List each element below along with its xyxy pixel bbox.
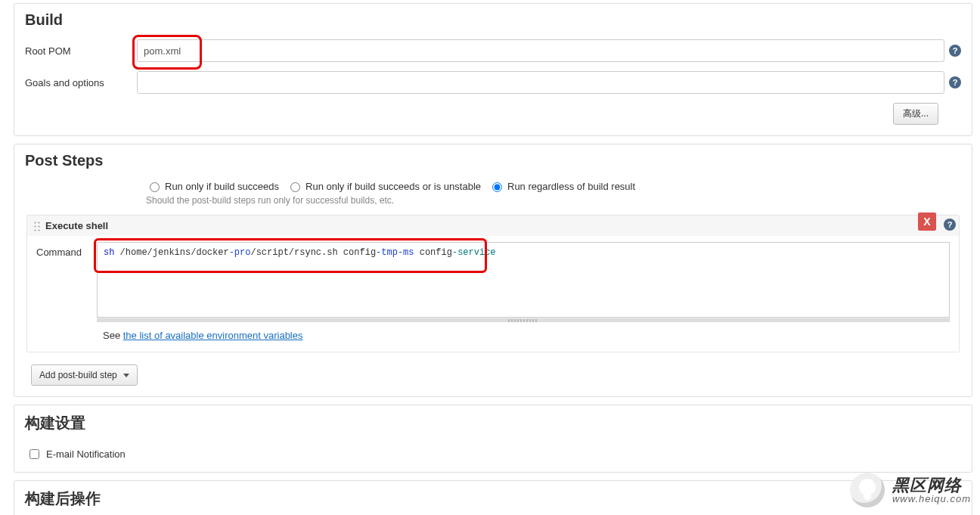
row-goals: Goals and options [25, 71, 961, 94]
execute-shell-title: Execute shell [45, 220, 108, 231]
build-title: Build [25, 11, 961, 29]
post-steps-title: Post Steps [25, 152, 961, 169]
radio-regardless-input[interactable] [492, 182, 502, 192]
command-textarea[interactable]: sh /home/jenkins/docker-pro/script/rsync… [97, 242, 950, 318]
advanced-button[interactable]: 高级... [893, 103, 938, 125]
radio-unstable[interactable]: Run only if build succeeds or is unstabl… [287, 180, 481, 192]
section-post-build-actions: 构建后操作 增加构建后操作步骤 [14, 480, 972, 515]
radio-regardless-label: Run regardless of build result [507, 181, 635, 192]
radio-succeeds-label: Run only if build succeeds [165, 181, 279, 192]
email-notification-checkbox[interactable] [29, 449, 39, 459]
section-build: Build Root POM Goals and options 高 [14, 3, 972, 136]
radio-unstable-input[interactable] [290, 182, 300, 192]
root-pom-label: Root POM [25, 45, 137, 57]
delete-step-button[interactable]: X [918, 213, 936, 231]
email-notification-label: E-mail Notification [46, 448, 126, 460]
post-steps-hint: Should the post-build steps run only for… [146, 195, 961, 206]
radio-succeeds-input[interactable] [150, 182, 160, 192]
root-pom-input[interactable] [137, 39, 944, 62]
see-prefix: See [103, 330, 123, 341]
row-root-pom: Root POM [25, 39, 961, 62]
execute-shell-block: X Execute shell Command sh /home/jenkins… [26, 215, 960, 352]
radio-regardless[interactable]: Run regardless of build result [488, 180, 635, 192]
goals-label: Goals and options [25, 77, 137, 88]
drag-handle-icon[interactable] [33, 221, 41, 231]
command-label: Command [36, 242, 97, 258]
radio-unstable-label: Run only if build succeeds or is unstabl… [305, 181, 481, 192]
env-vars-link[interactable]: the list of available environment variab… [123, 330, 303, 341]
add-post-build-step-button[interactable]: Add post-build step [31, 365, 138, 386]
help-icon[interactable] [949, 76, 961, 88]
resize-handle[interactable] [97, 318, 950, 322]
help-icon[interactable] [949, 45, 961, 57]
post-build-actions-title: 构建后操作 [25, 489, 961, 509]
section-build-settings: 构建设置 E-mail Notification [14, 405, 972, 473]
help-icon[interactable] [944, 219, 956, 231]
execute-shell-header[interactable]: Execute shell [27, 216, 959, 236]
post-steps-radio-row: Run only if build succeeds Run only if b… [146, 180, 961, 192]
radio-succeeds[interactable]: Run only if build succeeds [146, 180, 279, 192]
caret-down-icon [123, 374, 129, 377]
goals-input[interactable] [137, 71, 944, 94]
section-post-steps: Post Steps Run only if build succeeds Ru… [14, 144, 972, 397]
add-post-build-step-label: Add post-build step [39, 370, 117, 380]
env-vars-hint: See the list of available environment va… [27, 322, 959, 352]
build-settings-title: 构建设置 [25, 413, 961, 433]
